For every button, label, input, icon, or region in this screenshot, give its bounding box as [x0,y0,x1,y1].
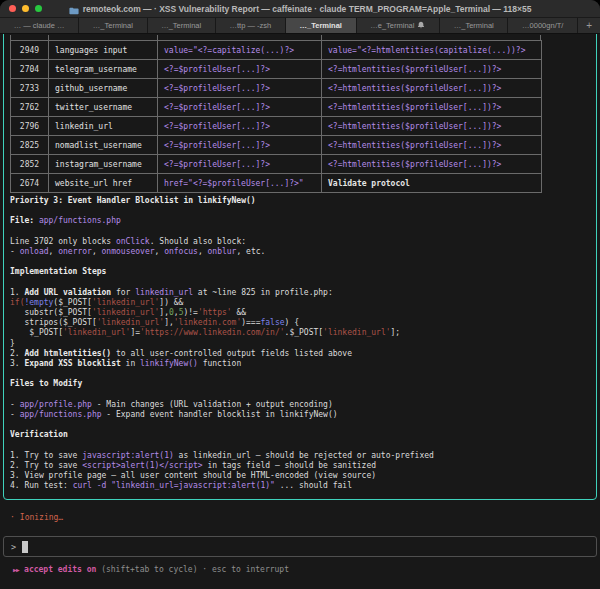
spinner-text: Ionizing… [20,513,63,522]
output-line: $_POST['linkedin_url']='https://www.link… [10,328,596,338]
table-cell: <?=htmlentities($profileUser[...])?> [322,136,542,155]
tab-label: …_Terminal [161,21,201,30]
traffic-lights [0,5,42,12]
output-line [10,278,596,288]
table-cell: <?=htmlentities($profileUser[...])?> [322,117,542,136]
terminal-window: remoteok.com — · XSS Vulnerability Repor… [0,0,600,589]
status-separator: · [197,565,211,574]
text-cursor [22,541,28,553]
tab-label: …ttp — -zsh [230,21,272,30]
output-line: Line 3702 only blocks onClick. Should al… [10,237,596,247]
output-line: 2. Try to save <script>alert(1)</script>… [10,461,596,471]
table-cell: <?=htmlentities($profileUser[...])?> [322,79,542,98]
tab-label: … — claude … [14,21,65,30]
minimize-button[interactable] [22,5,29,12]
tab-label: …_Terminal [454,21,494,30]
output-line: Implementation Steps [10,267,596,277]
table-row: 2674website_url hrefhref="<?=$profileUse… [11,174,542,193]
table-row: 2852instagram_username<?=$profileUser[..… [11,155,542,174]
esc-hint: esc to interrupt [212,565,289,574]
table-cell: 2704 [11,60,49,79]
new-tab-button[interactable]: + [578,18,600,33]
spinner-line: ·Ionizing… [10,513,63,522]
tab[interactable]: …_Terminal [440,18,508,33]
close-button[interactable] [9,5,16,12]
table-row: 2825nomadlist_username<?=$profileUser[..… [11,136,542,155]
table-cell: instagram_username [49,155,158,174]
prompt-input[interactable]: > [3,536,597,557]
table-cell: <?=htmlentities($profileUser[...])?> [322,155,542,174]
table-cell: <?=$profileUser[...]?> [158,98,322,117]
table-cell: 2733 [11,79,49,98]
table-cell: <?=$profileUser[...]?> [158,155,322,174]
table-cell: 2796 [11,117,49,136]
tab-active[interactable]: …_Terminal [286,18,357,33]
output-line: Verification [10,430,596,440]
tab[interactable]: …_Terminal [79,18,147,33]
table-row: 2733github_username<?=$profileUser[...]?… [11,79,542,98]
table-cell: value="<?=htmlentities(capitalize(...))?… [322,41,542,60]
spinner-icon: · [10,513,15,522]
tab-label: …e_Terminal [370,21,414,30]
output-line: - onload, onerror, onmouseover, onfocus,… [10,247,596,257]
output-line: 2. Add htmlentities() to all user-contro… [10,349,596,359]
mode-label: accept edits on [19,565,101,574]
table-cell: <?=$profileUser[...]?> [158,60,322,79]
output-line: 3. Expand XSS blocklist in linkifyNew() … [10,359,596,369]
tab-label: …_Terminal [300,21,342,30]
table-cell: nomadlist_username [49,136,158,155]
table-cell: href="<?=$profileUser[...]?>" [158,174,322,193]
tab[interactable]: …e_Terminal [357,18,441,33]
bell-icon [417,21,425,31]
table-cell: <?=$profileUser[...]?> [158,117,322,136]
output-line [10,441,596,451]
table-row: 2704telegram_username<?=$profileUser[...… [11,60,542,79]
folder-icon [69,0,79,19]
table-cell: <?=$profileUser[...]?> [158,136,322,155]
title-bar: remoteok.com — · XSS Vulnerability Repor… [0,0,600,18]
output-line: 3. View profile page — all user content … [10,471,596,481]
table-cell: website_url href [49,174,158,193]
xss-findings-table: 2949languages inputvalue="<?=capitalize(… [10,40,542,193]
cycle-hint: (shift+tab to cycle) [101,565,197,574]
output-line: } [10,339,596,349]
output-line: - app/profile.php - Main changes (URL va… [10,400,596,410]
assistant-response-box: 2949languages inputvalue="<?=capitalize(… [3,34,597,500]
zoom-button[interactable] [35,5,42,12]
terminal-content[interactable]: 2949languages inputvalue="<?=capitalize(… [0,34,600,589]
tab[interactable]: …ttp — -zsh [216,18,286,33]
output-line [10,420,596,430]
table-cell: value="<?=capitalize(...)?> [158,41,322,60]
tab-label: …_Terminal [93,21,133,30]
table-cell: <?=htmlentities($profileUser[...])?> [322,98,542,117]
tab-label: …0000gn/T/ [522,21,563,30]
tab[interactable]: …_Terminal [148,18,216,33]
assistant-output: Priority 3: Event Handler Blocklist in l… [10,196,596,491]
table-cell: linkedin_url [49,117,158,136]
table-cell: <?=$profileUser[...]?> [158,79,322,98]
prompt-symbol: > [11,542,16,552]
tab[interactable]: …0000gn/T/ [508,18,578,33]
table-cell: <?=htmlentities($profileUser[...])?> [322,60,542,79]
table-cell: 2674 [11,174,49,193]
table-cell: Validate protocol [322,174,542,193]
output-line [10,369,596,379]
tab[interactable]: … — claude … [0,18,79,33]
table-cell: languages input [49,41,158,60]
output-line [10,227,596,237]
table-cutoff-row [10,35,542,40]
table-cell: 2825 [11,136,49,155]
output-line: if(!empty($_POST['linkedin_url']) && [10,298,596,308]
output-line: Files to Modify [10,379,596,389]
table-row: 2796linkedin_url<?=$profileUser[...]?><?… [11,117,542,136]
output-line: substr($_POST['linkedin_url'],0,5)!='htt… [10,308,596,318]
output-line: 1. Try to save javascript:alert(1) as li… [10,451,596,461]
tab-bar: … — claude ……_Terminal…_Terminal…ttp — -… [0,18,600,34]
table-cell: 2762 [11,98,49,117]
output-line: 1. Add URL validation for linkedin_url a… [10,288,596,298]
table-cell: github_username [49,79,158,98]
output-line: File: app/functions.php [10,216,596,226]
table-cell: twitter_username [49,98,158,117]
output-line: 4. Run test: curl -d "linkedin_url=javas… [10,481,596,491]
output-line: Priority 3: Event Handler Blocklist in l… [10,196,596,206]
